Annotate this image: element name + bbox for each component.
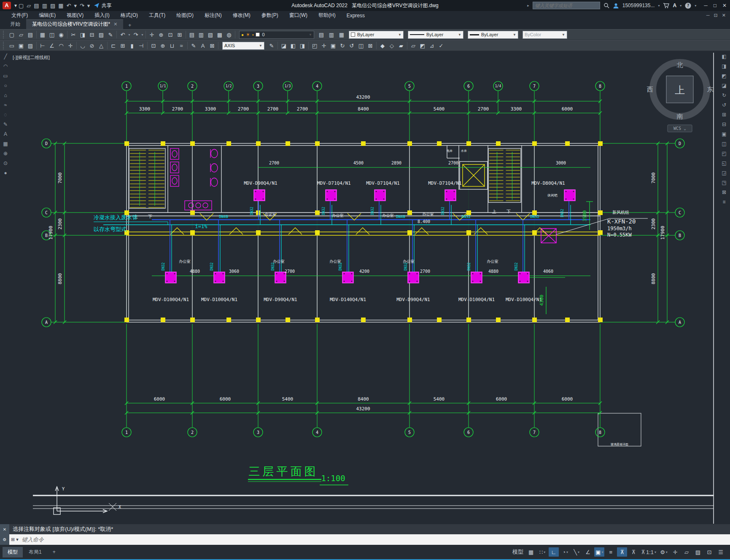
new-layout-button[interactable]: + — [48, 547, 61, 557]
tb2b-icon-7[interactable]: ✛ — [319, 43, 329, 49]
tb2b-icon-19[interactable]: ◩ — [418, 43, 427, 49]
tb2-icon-23[interactable]: ✎ — [189, 43, 198, 49]
left-tool-icon-8[interactable]: A — [1, 131, 10, 137]
tb1-icon-10[interactable]: ⊟ — [87, 32, 97, 38]
command-close-icon[interactable]: ✕ — [3, 527, 6, 532]
right-tool-icon-14[interactable]: ⊠ — [719, 189, 729, 195]
tb1-icon-26[interactable]: ▧ — [206, 32, 215, 38]
left-tool-icon-12[interactable]: ● — [1, 170, 10, 176]
maximize-button[interactable]: □ — [714, 3, 717, 8]
tb2b-icon-18[interactable]: ▱ — [409, 43, 418, 49]
doc-close-button[interactable]: ✕ — [722, 13, 726, 18]
qat-icon-5[interactable]: ▦ — [58, 3, 63, 9]
qat-icon-8[interactable]: ↷ — [80, 3, 84, 9]
plotstyle-combo[interactable]: ByColor ▼ — [523, 31, 567, 39]
tb1-icon-20[interactable]: ⊕ — [156, 32, 166, 38]
right-tool-icon-8[interactable]: ▣ — [719, 131, 729, 137]
left-tool-icon-9[interactable]: ▦ — [1, 141, 10, 147]
doc-minimize-button[interactable]: ─ — [706, 13, 710, 18]
tb1-icon-2[interactable]: ▤ — [26, 32, 35, 38]
qat-icon-0[interactable]: ▢ — [19, 3, 24, 9]
right-tool-icon-3[interactable]: ◪ — [719, 83, 729, 89]
qat-icon-9[interactable]: ▾ — [87, 3, 90, 9]
osnap-toggle[interactable]: ▣▾ — [594, 547, 604, 557]
menu-item-11[interactable]: 帮助(H) — [313, 12, 341, 19]
tab-start[interactable]: 开始 — [4, 20, 26, 29]
tb2-icon-19[interactable]: ⊕ — [158, 43, 167, 49]
command-wrench-icon[interactable]: ⚙ — [3, 537, 7, 542]
right-tool-icon-11[interactable]: ◱ — [719, 160, 729, 166]
right-tool-icon-9[interactable]: ◫ — [719, 141, 729, 147]
left-tool-icon-3[interactable]: ○ — [1, 83, 10, 89]
otrack-toggle[interactable]: ∠ — [583, 547, 593, 557]
tb2-icon-4[interactable]: ⊢ — [38, 43, 47, 49]
left-tool-icon-0[interactable]: ╱ — [1, 54, 10, 59]
search-input[interactable] — [533, 2, 600, 9]
share-button[interactable]: 共享 — [94, 2, 111, 9]
tb2-icon-10[interactable]: ⊘ — [87, 43, 97, 49]
app-menu-caret-icon[interactable]: ▾ — [14, 3, 17, 8]
annotation-visibility-toggle[interactable]: ⊼ — [617, 547, 627, 557]
tb2-icon-25[interactable]: ⊠ — [207, 43, 217, 49]
tb2b-icon-8[interactable]: ▣ — [329, 43, 338, 49]
doc-restore-button[interactable]: ⊡ — [714, 13, 718, 18]
tb1-icon-1[interactable]: ▱ — [16, 32, 26, 38]
polar-toggle[interactable]: ◔▾ — [560, 547, 570, 557]
isodraft-toggle[interactable]: ╲▾ — [571, 547, 582, 557]
menu-item-0[interactable]: 文件(F) — [6, 12, 33, 19]
right-tool-icon-6[interactable]: ⊞ — [719, 112, 729, 118]
color-combo[interactable]: ByLayer ▼ — [349, 31, 404, 39]
user-id[interactable]: 1505999135... — [622, 3, 655, 8]
left-tool-icon-4[interactable]: ⌂ — [1, 92, 10, 98]
menu-item-9[interactable]: 参数(P) — [256, 12, 284, 19]
tb2-icon-15[interactable]: ▮ — [127, 43, 137, 49]
tb2b-icon-6[interactable]: ◰ — [310, 43, 319, 49]
isolate-objects[interactable]: ▱ — [682, 547, 692, 557]
qat-icon-6[interactable]: ↶ — [67, 3, 71, 9]
right-tool-icon-12[interactable]: ◲ — [719, 170, 729, 176]
tb2-icon-9[interactable]: ◡ — [78, 43, 87, 49]
command-prompt-icon[interactable]: ⊞ ▾ — [11, 537, 19, 542]
tb2-icon-0[interactable]: ▭ — [7, 43, 16, 49]
menu-item-10[interactable]: 窗口(W) — [284, 12, 313, 19]
tb1-icon-12[interactable]: ✎ — [106, 32, 115, 38]
tb2-icon-7[interactable]: ✛ — [66, 43, 75, 49]
tb2-icon-13[interactable]: ⊏ — [109, 43, 118, 49]
left-tool-icon-11[interactable]: ⊙ — [1, 160, 10, 166]
layer-lock-icon[interactable]: ▪ — [252, 32, 254, 37]
tb1-icon-9[interactable]: ◨ — [78, 32, 87, 38]
cart-icon[interactable] — [663, 3, 669, 8]
tb2b-icon-12[interactable]: ⊠ — [366, 43, 375, 49]
qat-icon-1[interactable]: ▱ — [27, 3, 31, 9]
tb2-icon-2[interactable]: ▨ — [26, 43, 35, 49]
workspace-switcher[interactable]: ⚙▾ — [659, 547, 669, 557]
qat-icon-3[interactable]: ▥ — [42, 3, 47, 9]
layer-prev-icon[interactable]: ▥ — [327, 32, 336, 38]
left-tool-icon-2[interactable]: ▭ — [1, 73, 10, 79]
toolbar-grip[interactable] — [3, 31, 5, 38]
tb1-icon-19[interactable]: ✛ — [147, 32, 156, 38]
annotation-scale[interactable]: ⊼1:1▾ — [640, 547, 657, 557]
tab-model[interactable]: 模型 — [3, 547, 23, 557]
menu-item-8[interactable]: 修改(M) — [227, 12, 256, 19]
tb2-icon-11[interactable]: △ — [97, 43, 106, 49]
left-tool-icon-5[interactable]: ≈ — [1, 102, 10, 108]
viewport-controls[interactable]: [-][俯视][二维线框] — [13, 54, 50, 61]
color-caret-icon[interactable]: ▼ — [398, 33, 401, 37]
tb2b-icon-0[interactable]: ✎ — [267, 43, 276, 49]
clean-screen-toggle[interactable]: ✛ — [670, 547, 680, 557]
tb1-icon-8[interactable]: ✂ — [69, 32, 78, 38]
menu-item-7[interactable]: 标注(N) — [199, 12, 227, 19]
linetype-caret-icon[interactable]: ▼ — [458, 33, 461, 37]
menu-item-1[interactable]: 编辑(E) — [33, 12, 61, 19]
tb2-icon-5[interactable]: ∠ — [47, 43, 57, 49]
tb2-icon-21[interactable]: ≈ — [177, 43, 186, 49]
right-tool-icon-13[interactable]: ◳ — [719, 180, 729, 186]
layer-on-icon[interactable]: ● — [241, 32, 244, 37]
tb1-icon-25[interactable]: ▥ — [197, 32, 206, 38]
fullscreen-toggle[interactable]: ⊡ — [704, 547, 714, 557]
menu-item-3[interactable]: 插入(I) — [89, 12, 115, 19]
lineweight-caret-icon[interactable]: ▼ — [513, 33, 516, 37]
left-tool-icon-1[interactable]: ◠ — [1, 63, 10, 69]
tb1-icon-15[interactable]: ▾ — [127, 33, 131, 37]
